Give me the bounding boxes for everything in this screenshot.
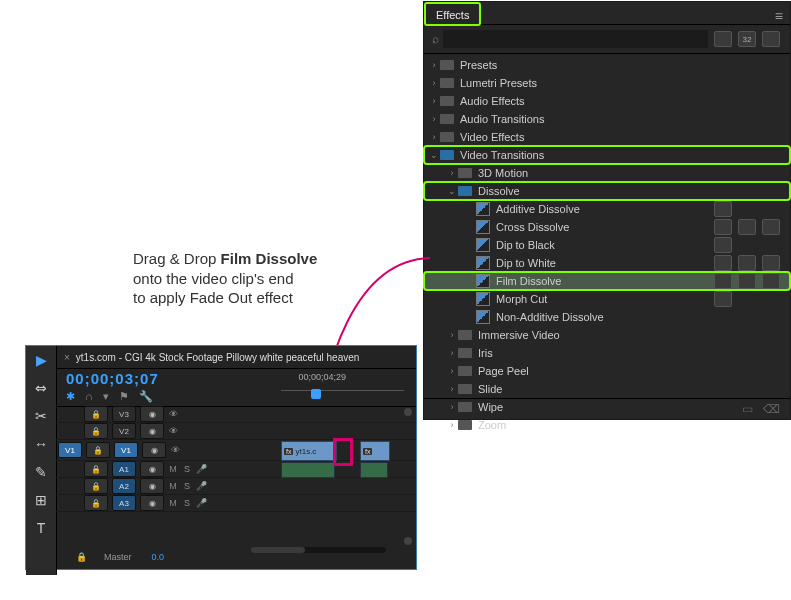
playhead[interactable] — [311, 389, 321, 399]
timeline-zoom-scrollbar[interactable] — [251, 547, 386, 553]
track-label-v3[interactable]: V3 — [112, 406, 136, 422]
folder-dissolve[interactable]: ⌄Dissolve — [424, 182, 790, 200]
preset-non-additive-dissolve[interactable]: Non-Additive Dissolve — [424, 308, 790, 326]
preset-morph-cut[interactable]: Morph Cut — [424, 290, 790, 308]
slip-tool[interactable]: ↔ — [32, 436, 50, 454]
sequence-tab[interactable]: yt1s.com - CGI 4k Stock Footage Pillowy … — [76, 352, 359, 363]
caret-right-icon[interactable]: › — [446, 384, 458, 394]
audio-clip-2[interactable] — [360, 462, 388, 478]
zoom-thumb[interactable] — [251, 547, 305, 553]
folder-page-peel[interactable]: ›Page Peel — [424, 362, 790, 380]
eye-icon[interactable]: 👁 — [166, 426, 180, 436]
eye-icon[interactable]: 👁 — [166, 409, 180, 419]
toggle-output-icon[interactable]: ◉ — [140, 495, 164, 511]
lock-icon[interactable]: 🔒 — [84, 478, 108, 494]
caret-right-icon[interactable]: › — [446, 366, 458, 376]
delete-icon[interactable]: ⌫ — [763, 402, 780, 416]
solo-button[interactable]: S — [180, 498, 194, 508]
track-label-v1[interactable]: V1 — [114, 442, 138, 458]
folder-audio-transitions[interactable]: ›Audio Transitions — [424, 110, 790, 128]
effects-search-input[interactable] — [443, 30, 708, 48]
toggle-output-icon[interactable]: ◉ — [142, 442, 166, 458]
caret-right-icon[interactable]: › — [428, 60, 440, 70]
preset-additive-dissolve[interactable]: Additive Dissolve — [424, 200, 790, 218]
effects-tab[interactable]: Effects — [424, 2, 481, 26]
mic-icon[interactable]: 🎤 — [194, 464, 208, 474]
solo-button[interactable]: S — [180, 481, 194, 491]
vscroll-handle-bottom[interactable] — [404, 537, 412, 545]
caret-right-icon[interactable]: › — [446, 348, 458, 358]
mute-button[interactable]: M — [166, 498, 180, 508]
instruction-text: Drag & Drop Film Dissolve onto the video… — [133, 249, 413, 308]
caret-right-icon[interactable]: › — [446, 168, 458, 178]
track-label-a1[interactable]: A1 — [112, 461, 136, 477]
lock-icon[interactable]: 🔒 — [84, 423, 108, 439]
track-select-tool[interactable]: ⇔ — [32, 380, 50, 398]
folder-lumetri-presets[interactable]: ›Lumetri Presets — [424, 74, 790, 92]
razor-tool[interactable]: ✂ — [32, 408, 50, 426]
type-tool[interactable]: T — [32, 520, 50, 538]
lock-icon[interactable]: 🔒 — [84, 461, 108, 477]
mic-icon[interactable]: 🎤 — [194, 498, 208, 508]
lock-icon[interactable]: 🔒 — [84, 406, 108, 422]
folder-3d-motion[interactable]: ›3D Motion — [424, 164, 790, 182]
folder-presets[interactable]: ›Presets — [424, 56, 790, 74]
preset-dip-to-white[interactable]: Dip to White — [424, 254, 790, 272]
toggle-output-icon[interactable]: ◉ — [140, 423, 164, 439]
solo-button[interactable]: S — [180, 464, 194, 474]
caret-down-icon[interactable]: ⌄ — [428, 150, 440, 160]
caret-down-icon[interactable]: ⌄ — [446, 186, 458, 196]
mic-icon[interactable]: 🎤 — [194, 481, 208, 491]
caret-right-icon[interactable]: › — [428, 114, 440, 124]
snap-icon[interactable]: ✱ — [66, 390, 75, 403]
video-clip[interactable]: fx yt1s.c — [281, 441, 337, 461]
panel-menu-icon[interactable]: ≡ — [775, 8, 784, 24]
lock-icon[interactable]: 🔒 — [84, 495, 108, 511]
toggle-output-icon[interactable]: ◉ — [140, 478, 164, 494]
vscroll-handle-top[interactable] — [404, 408, 412, 416]
clip-area[interactable]: fx yt1s.c fx — [281, 406, 404, 547]
mute-button[interactable]: M — [166, 464, 180, 474]
linked-selection-icon[interactable]: ∩ — [85, 390, 93, 403]
lock-icon[interactable]: 🔒 — [86, 442, 110, 458]
hand-tool[interactable]: ⊞ — [32, 492, 50, 510]
pen-tool[interactable]: ✎ — [32, 464, 50, 482]
film-dissolve-drop-target[interactable] — [333, 438, 353, 466]
wrench-icon[interactable]: 🔧 — [139, 390, 153, 403]
folder-audio-effects[interactable]: ›Audio Effects — [424, 92, 790, 110]
folder-video-transitions[interactable]: ⌄Video Transitions — [424, 146, 790, 164]
filter-badge-3[interactable] — [762, 31, 780, 47]
preset-film-dissolve[interactable]: Film Dissolve — [424, 272, 790, 290]
folder-video-effects[interactable]: ›Video Effects — [424, 128, 790, 146]
track-label-a3[interactable]: A3 — [112, 495, 136, 511]
caret-right-icon[interactable]: › — [446, 420, 458, 430]
filter-badge-2[interactable]: 32 — [738, 31, 756, 47]
close-icon[interactable]: × — [64, 352, 70, 363]
video-clip-2[interactable]: fx — [360, 441, 390, 461]
track-label-a2[interactable]: A2 — [112, 478, 136, 494]
toggle-output-icon[interactable]: ◉ — [140, 406, 164, 422]
source-v1[interactable]: V1 — [58, 442, 82, 458]
caret-right-icon[interactable]: › — [428, 96, 440, 106]
eye-icon[interactable]: 👁 — [168, 445, 182, 455]
caret-right-icon[interactable]: › — [428, 78, 440, 88]
timecode-display[interactable]: 00;00;03;07 — [66, 370, 159, 387]
time-ruler[interactable] — [281, 390, 404, 405]
settings-icon[interactable]: ⚑ — [119, 390, 129, 403]
folder-immersive-video[interactable]: ›Immersive Video — [424, 326, 790, 344]
marker-icon[interactable]: ▾ — [103, 390, 109, 403]
folder-slide[interactable]: ›Slide — [424, 380, 790, 398]
master-value[interactable]: 0.0 — [152, 552, 165, 562]
preset-dip-to-black[interactable]: Dip to Black — [424, 236, 790, 254]
filter-badge-1[interactable] — [714, 31, 732, 47]
caret-right-icon[interactable]: › — [446, 330, 458, 340]
preset-cross-dissolve[interactable]: Cross Dissolve — [424, 218, 790, 236]
selection-tool[interactable]: ▶ — [32, 352, 50, 370]
audio-clip[interactable] — [281, 462, 335, 478]
mute-button[interactable]: M — [166, 481, 180, 491]
caret-right-icon[interactable]: › — [428, 132, 440, 142]
track-label-v2[interactable]: V2 — [112, 423, 136, 439]
new-bin-icon[interactable]: ▭ — [742, 402, 753, 416]
folder-iris[interactable]: ›Iris — [424, 344, 790, 362]
toggle-output-icon[interactable]: ◉ — [140, 461, 164, 477]
